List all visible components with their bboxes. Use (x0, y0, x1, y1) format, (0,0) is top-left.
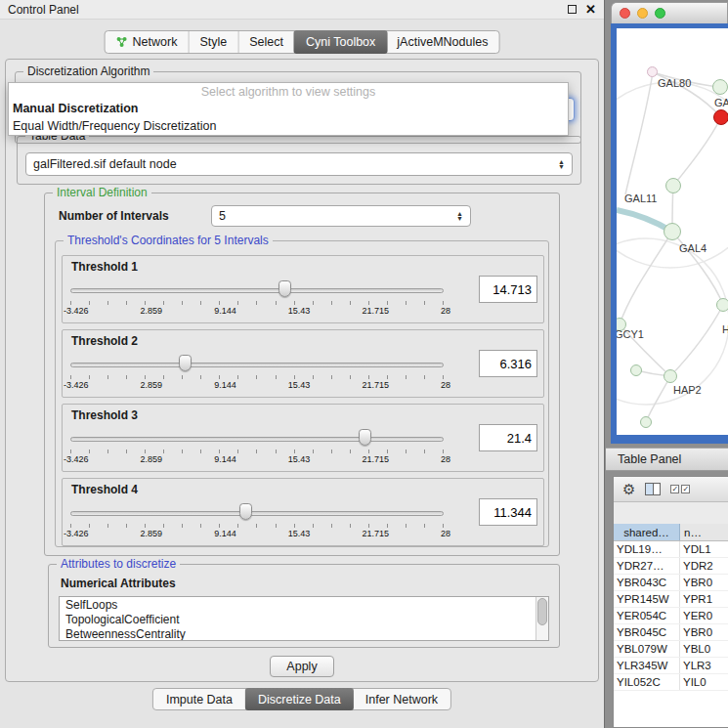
network-node[interactable] (630, 364, 642, 376)
cell[interactable]: YPR1 (680, 591, 728, 607)
network-node[interactable] (647, 66, 658, 77)
cell[interactable]: YBR0 (680, 575, 728, 590)
slider-rail[interactable] (70, 437, 444, 442)
scale-tick-label: -3.426 (64, 306, 89, 316)
slider-thumb[interactable] (359, 429, 371, 446)
tab-style[interactable]: Style (189, 31, 238, 53)
scale-tick-label: 15.43 (288, 454, 311, 464)
gear-icon[interactable]: ⚙ (622, 482, 635, 496)
threshold-4-slider[interactable] (70, 502, 444, 522)
threshold-1-slider[interactable] (70, 279, 444, 299)
list-scrollbar-thumb[interactable] (537, 598, 547, 625)
table-row[interactable]: YDR27…YDR2 (614, 558, 728, 575)
cell[interactable]: YBR043C (614, 575, 680, 590)
list-item[interactable]: TopologicalCoefficient (60, 612, 548, 626)
select-columns-icon[interactable]: ✓ ✓ (670, 485, 690, 493)
slider-thumb[interactable] (239, 503, 252, 520)
table-row[interactable]: YBL079WYBL0 (614, 641, 728, 658)
network-node[interactable] (640, 416, 652, 428)
table-row[interactable]: YER054CYER0 (614, 608, 728, 624)
cell[interactable]: YBL0 (680, 641, 728, 657)
cell[interactable]: YDL1 (680, 541, 728, 557)
minimize-traffic-light-icon[interactable] (637, 8, 648, 19)
column-header-name[interactable]: n… (680, 524, 728, 540)
interval-definition-group: Interval Definition Number of Intervals … (44, 193, 560, 556)
cell[interactable]: YBL079W (614, 641, 680, 657)
network-node[interactable] (712, 79, 728, 95)
tab-select[interactable]: Select (238, 31, 295, 53)
popup-option-manual-discretization[interactable]: Manual Discretization (9, 100, 568, 117)
slider-rail[interactable] (70, 363, 444, 367)
table-row[interactable]: YBR045CYBR0 (614, 624, 728, 641)
table-data-combobox[interactable]: galFiltered.sif default node ▲▼ (25, 152, 573, 176)
slider-scale: -3.4262.8599.14415.4321.71528 (64, 306, 450, 316)
table-row[interactable]: YLR345WYLR3 (614, 658, 728, 674)
slider-ticks (70, 524, 444, 528)
table-row[interactable]: YDL19…YDL1 (614, 541, 728, 558)
node-label: GA (714, 97, 728, 108)
threshold-3-box: Threshold 3 -3.4262.8599.14415.4321.7152… (62, 404, 544, 472)
cell[interactable]: YDL19… (614, 541, 680, 557)
node-label: GAL4 (679, 242, 707, 254)
network-node[interactable] (664, 223, 681, 240)
cell[interactable]: YIL052C (614, 674, 680, 690)
network-node[interactable] (664, 369, 677, 383)
popup-placeholder-text: Select algorithm to view settings (9, 83, 568, 100)
scale-tick-label: 28 (441, 380, 450, 390)
cell[interactable]: YLR345W (614, 658, 680, 673)
threshold-3-value-field[interactable] (479, 424, 537, 451)
close-icon[interactable]: ✕ (585, 3, 596, 16)
tab-infer-network[interactable]: Infer Network (353, 689, 450, 709)
cell[interactable]: YLR3 (680, 658, 728, 673)
apply-button[interactable]: Apply (270, 656, 334, 677)
threshold-2-value-field[interactable] (479, 350, 537, 377)
network-canvas[interactable]: GAL80 GA GAL11 GAL4 GCY1 HAP2 H (617, 28, 728, 435)
zoom-traffic-light-icon[interactable] (655, 8, 665, 19)
node-label: GCY1 (617, 328, 644, 340)
tab-cyni-toolbox[interactable]: Cyni Toolbox (294, 30, 387, 54)
cell[interactable]: YPR145W (614, 591, 680, 607)
threshold-4-value-field[interactable] (479, 498, 537, 526)
table-row[interactable]: YBR043CYBR0 (614, 575, 728, 591)
list-item[interactable]: SelfLoops (60, 597, 548, 612)
top-tabbar: Network Style Select Cyni Toolbox jActiv… (105, 30, 500, 54)
cell[interactable]: YDR2 (680, 558, 728, 574)
slider-thumb[interactable] (179, 355, 192, 371)
table-row[interactable]: YPR145WYPR1 (614, 591, 728, 608)
slider-rail[interactable] (70, 288, 444, 293)
threshold-2-slider[interactable] (70, 354, 444, 373)
cell[interactable]: YIL0 (680, 674, 728, 690)
threshold-3-slider[interactable] (70, 428, 444, 448)
column-header-shared-name[interactable]: shared… (614, 524, 680, 540)
list-item[interactable]: BetweennessCentrality (60, 626, 548, 641)
cell[interactable]: YDR27… (614, 558, 680, 574)
cell[interactable]: YBR0 (680, 624, 728, 640)
tab-network[interactable]: Network (106, 31, 190, 53)
network-node[interactable] (716, 298, 728, 312)
slider-rail[interactable] (70, 511, 444, 516)
float-window-icon[interactable] (568, 5, 577, 14)
tab-impute-data[interactable]: Impute Data (153, 689, 246, 709)
columns-icon[interactable] (645, 483, 661, 495)
scale-tick-label: 2.859 (141, 529, 163, 538)
cell[interactable]: YER054C (614, 608, 680, 623)
table-row[interactable]: YIL052CYIL0 (614, 674, 728, 691)
popup-option-equal-width[interactable]: Equal Width/Frequency Discretization (9, 117, 568, 135)
close-traffic-light-icon[interactable] (620, 8, 630, 19)
threshold-1-value-field[interactable] (479, 276, 537, 303)
slider-thumb[interactable] (278, 280, 291, 297)
list-scrollbar[interactable] (535, 597, 548, 640)
scale-tick-label: 9.144 (214, 306, 236, 316)
cell[interactable]: YBR045C (614, 624, 680, 640)
network-node[interactable] (665, 178, 681, 193)
num-intervals-combobox[interactable]: 5 ▲▼ (211, 205, 471, 227)
selected-network-node[interactable] (713, 109, 728, 125)
node-label: GAL80 (658, 77, 691, 89)
tab-jactivemnodules[interactable]: jActiveMNodules (386, 31, 498, 53)
cell[interactable]: YER0 (680, 608, 728, 623)
network-window-titlebar[interactable] (611, 2, 728, 23)
scale-tick-label: 21.715 (362, 529, 389, 538)
slider-scale: -3.4262.8599.14415.4321.71528 (64, 454, 450, 464)
threshold-2-box: Threshold 2 -3.4262.8599.14415.4321.7152… (62, 329, 544, 398)
tab-discretize-data[interactable]: Discretize Data (245, 688, 354, 710)
